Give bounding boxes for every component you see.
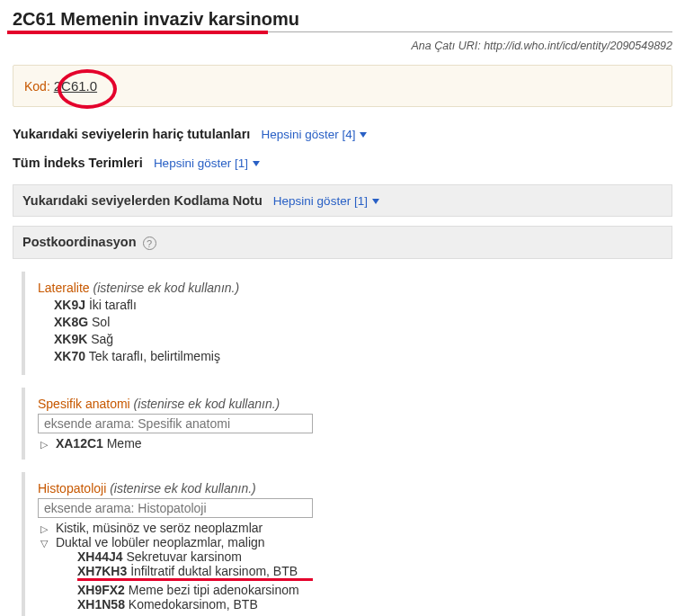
anatomy-item[interactable]: ▷ XA12C1 Meme (40, 436, 672, 451)
codingnote-bar: Yukarıdaki seviyelerden Kodlama Notu Hep… (13, 184, 672, 217)
anatomy-title: Spesifik anatomi (38, 397, 130, 411)
laterality-item[interactable]: XK9K Sağ (54, 332, 672, 346)
codingnote-showall[interactable]: Hepsini göster [1] (273, 194, 379, 208)
uri-value: http://id.who.int/icd/entity/2090549892 (484, 40, 672, 52)
code-label: Kod: (24, 79, 50, 94)
laterality-item[interactable]: XK8G Sol (54, 315, 672, 329)
postcoord-heading: Postkoordinasyon (22, 235, 137, 249)
laterality-hint: (istenirse ek kod kullanın.) (93, 281, 239, 295)
uri-label: Ana Çatı URI: (412, 40, 481, 52)
laterality-item[interactable]: XK70 Tek taraflı, belirtilmemiş (54, 349, 672, 363)
help-icon[interactable]: ? (143, 237, 156, 250)
annotation-underline (7, 31, 268, 34)
indexterms-heading: Tüm İndeks Terimleri (13, 156, 143, 170)
histo-item[interactable]: XH9FX2 Meme bezi tipi adenokarsinom (77, 583, 672, 597)
expand-icon[interactable]: ▷ (40, 439, 49, 451)
indexterms-showall[interactable]: Hepsini göster [1] (154, 156, 260, 170)
chevron-down-icon (253, 161, 260, 166)
laterality-item[interactable]: XK9J İki taraflı (54, 298, 672, 312)
code-box: Kod: 2C61.0 (13, 65, 672, 107)
uri-row: Ana Çatı URI: http://id.who.int/icd/enti… (13, 40, 672, 52)
laterality-block: Lateralite (istenirse ek kod kullanın.) … (22, 272, 672, 375)
histo-item[interactable]: XH44J4 Sekretuvar karsinom (77, 549, 672, 564)
code-value[interactable]: 2C61.0 (54, 78, 97, 94)
title-row: 2C61 Memenin invaziv karsinomu (13, 9, 672, 32)
histo-item[interactable]: XH7KH3 İnfiltratif duktal karsinom, BTB (77, 564, 672, 578)
exclusions-showall[interactable]: Hepsini göster [4] (261, 128, 367, 141)
exclusions-heading: Yukarıdaki seviyelerin hariç tutulanları (13, 127, 250, 141)
exclusions-section: Yukarıdaki seviyelerin hariç tutulanları… (13, 127, 672, 141)
anatomy-hint: (istenirse ek kod kullanın.) (134, 397, 280, 411)
chevron-down-icon (360, 132, 367, 138)
histo-block: Histopatoloji (istenirse ek kod kullanın… (22, 472, 672, 616)
chevron-down-icon (372, 199, 379, 204)
indexterms-section: Tüm İndeks Terimleri Hepsini göster [1] (13, 156, 672, 170)
anatomy-search-input[interactable] (38, 414, 313, 433)
postcoord-bar: Postkoordinasyon ? (13, 226, 672, 259)
histo-item[interactable]: XH1N58 Komedokarsinom, BTB (77, 597, 672, 612)
expand-icon[interactable]: ▷ (40, 523, 49, 535)
annotation-underline (77, 578, 313, 581)
page-title: 2C61 Memenin invaziv karsinomu (13, 9, 299, 29)
histo-hint: (istenirse ek kod kullanın.) (110, 481, 256, 495)
histo-group[interactable]: ▷ Kistik, müsinöz ve seröz neoplazmlar (40, 521, 672, 535)
codingnote-heading: Yukarıdaki seviyelerden Kodlama Notu (22, 193, 262, 208)
anatomy-block: Spesifik anatomi (istenirse ek kod kulla… (22, 388, 672, 460)
histo-search-input[interactable] (38, 498, 313, 518)
histo-title: Histopatoloji (38, 481, 106, 495)
histo-group[interactable]: ▽ Duktal ve lobüler neoplazmlar, malign (40, 535, 672, 549)
laterality-title: Lateralite (38, 281, 90, 295)
collapse-icon[interactable]: ▽ (40, 538, 49, 549)
